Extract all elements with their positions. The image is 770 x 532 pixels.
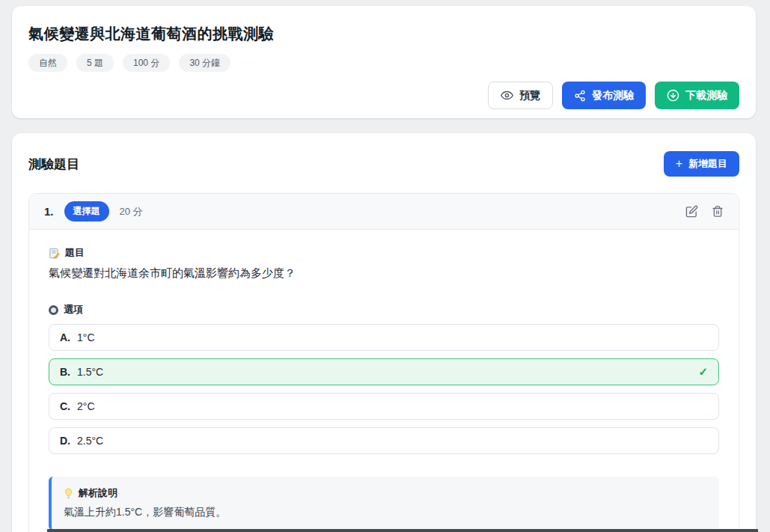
option-text: 1°C <box>77 331 95 343</box>
option-letter: B. <box>60 366 70 378</box>
preview-label: 預覽 <box>519 89 540 103</box>
option-row-b-correct[interactable]: B. 1.5°C ✓ <box>49 358 719 385</box>
download-icon <box>667 89 679 102</box>
option-letter: C. <box>60 400 70 412</box>
add-question-button[interactable]: + 新增題目 <box>664 151 739 177</box>
edit-icon <box>685 205 698 218</box>
explanation-text: 氣溫上升約1.5°C，影響葡萄品質。 <box>64 506 707 519</box>
option-text: 1.5°C <box>77 366 103 378</box>
trash-icon <box>712 205 724 218</box>
option-row-a[interactable]: A. 1°C <box>49 324 719 351</box>
option-text: 2.5°C <box>77 435 103 447</box>
tag-subject: 自然 <box>28 54 67 72</box>
radio-icon <box>49 305 58 315</box>
questions-panel-card: 測驗題目 + 新增題目 1. 選擇題 20 分 <box>12 133 756 532</box>
option-text: 2°C <box>77 400 95 412</box>
bulb-icon <box>64 488 73 499</box>
check-icon: ✓ <box>698 365 708 379</box>
questions-panel-title: 測驗題目 <box>28 156 79 173</box>
plus-icon: + <box>676 158 682 170</box>
publish-label: 發布測驗 <box>592 89 634 103</box>
quiz-meta-tags: 自然 5 題 100 分 30 分鐘 <box>28 54 739 72</box>
share-icon <box>574 90 586 102</box>
publish-button[interactable]: 發布測驗 <box>562 82 646 109</box>
quiz-title: 氣候變遷與北海道葡萄酒的挑戰測驗 <box>28 24 739 44</box>
tag-question-count: 5 題 <box>76 54 114 72</box>
tag-duration: 30 分鐘 <box>179 54 230 72</box>
edit-question-button[interactable] <box>685 205 698 218</box>
question-points: 20 分 <box>120 205 143 218</box>
question-body: 題目 氣候變遷對北海道余市町的氣溫影響約為多少度？ 選項 A. 1°C B. 1… <box>29 230 739 532</box>
question-prompt: 氣候變遷對北海道余市町的氣溫影響約為多少度？ <box>49 266 719 281</box>
explanation-box: 解析說明 氣溫上升約1.5°C，影響葡萄品質。 <box>49 477 719 531</box>
options-label: 選項 <box>64 303 83 317</box>
preview-button[interactable]: 預覽 <box>488 82 553 109</box>
prompt-label: 題目 <box>65 246 85 260</box>
options-list: A. 1°C B. 1.5°C ✓ C. 2°C D. 2.5°C <box>49 324 719 454</box>
delete-question-button[interactable] <box>712 205 724 218</box>
tag-total-points: 100 分 <box>123 54 170 72</box>
prompt-section-label: 題目 <box>49 246 719 260</box>
next-section-edge <box>47 529 758 532</box>
explanation-section-label: 解析說明 <box>64 486 707 500</box>
option-row-c[interactable]: C. 2°C <box>49 393 719 420</box>
explanation-label: 解析說明 <box>79 486 117 500</box>
memo-icon <box>49 248 60 259</box>
download-button[interactable]: 下載測驗 <box>655 82 739 109</box>
quiz-header-card: 氣候變遷與北海道葡萄酒的挑戰測驗 自然 5 題 100 分 30 分鐘 預覽 發… <box>12 6 756 118</box>
options-section-label: 選項 <box>49 303 719 317</box>
question-card: 1. 選擇題 20 分 <box>28 193 739 532</box>
download-label: 下載測驗 <box>685 89 727 103</box>
add-question-label: 新增題目 <box>688 157 727 171</box>
option-letter: A. <box>60 331 70 343</box>
header-actions: 預覽 發布測驗 下載測驗 <box>488 82 739 109</box>
question-number: 1. <box>44 205 54 218</box>
option-row-d[interactable]: D. 2.5°C <box>49 427 719 454</box>
question-type-badge: 選擇題 <box>64 201 109 221</box>
option-letter: D. <box>60 435 70 447</box>
question-header: 1. 選擇題 20 分 <box>29 194 739 230</box>
eye-icon <box>501 89 513 102</box>
